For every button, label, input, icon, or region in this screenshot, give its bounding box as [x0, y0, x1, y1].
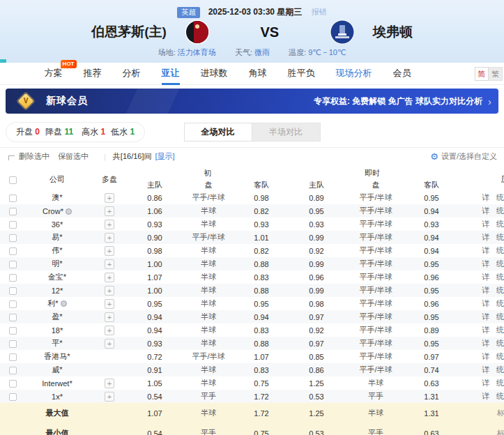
company-name[interactable]: 伟*	[52, 246, 62, 254]
history-detail-link[interactable]: 详	[482, 299, 489, 307]
company-name[interactable]: 澳*	[52, 193, 62, 201]
company-name[interactable]: 明*	[52, 259, 62, 268]
history-stats-link[interactable]: 统	[496, 299, 504, 307]
add-multi-button[interactable]: +	[105, 379, 114, 388]
report-error-link[interactable]: 报错	[312, 8, 327, 16]
nav-tab-recommend[interactable]: 推荐	[84, 63, 102, 85]
history-detail-link[interactable]: 详	[482, 259, 489, 268]
add-multi-button[interactable]: +	[105, 246, 114, 256]
nav-tab-corners[interactable]: 角球	[249, 63, 267, 85]
add-multi-button[interactable]: +	[105, 339, 114, 349]
delete-selected-button[interactable]: 删除选中	[19, 151, 49, 162]
history-detail-link[interactable]: 详	[482, 312, 489, 321]
row-checkbox[interactable]	[9, 247, 17, 255]
history-detail-link[interactable]: 详	[482, 193, 489, 201]
company-name[interactable]: Crow*	[43, 207, 63, 215]
company-name[interactable]: 盈*	[52, 312, 62, 321]
add-multi-button[interactable]: +	[105, 326, 114, 335]
company-name[interactable]: 利*	[47, 299, 58, 307]
history-stats-link[interactable]: 统	[496, 339, 504, 347]
show-link[interactable]: [显示]	[155, 151, 175, 162]
add-multi-button[interactable]: +	[105, 392, 114, 402]
keep-selected-button[interactable]: 保留选中	[58, 151, 89, 162]
history-detail-link[interactable]: 详	[482, 206, 489, 215]
history-stats-link[interactable]: 统	[496, 365, 504, 374]
row-checkbox[interactable]	[9, 353, 17, 361]
lang-simplified-button[interactable]: 简	[475, 67, 489, 81]
company-name[interactable]: 18*	[52, 326, 63, 335]
history-stats-link[interactable]: 统	[496, 352, 504, 360]
add-multi-button[interactable]: +	[105, 273, 114, 282]
settings-button[interactable]: ⚙ 设置/选择自定义	[430, 151, 497, 162]
nav-tab-live-analysis[interactable]: 现场分析	[336, 63, 372, 85]
history-stats-link[interactable]: 统	[496, 286, 504, 294]
company-name[interactable]: 36*	[52, 220, 63, 229]
nav-tab-member[interactable]: 会员	[393, 63, 411, 85]
half-match-tab[interactable]: 半场对比	[252, 123, 321, 142]
nav-tab-goals[interactable]: 进球数	[201, 63, 228, 85]
history-detail-link[interactable]: 详	[482, 246, 489, 254]
add-multi-button[interactable]: +	[105, 220, 114, 229]
nav-tab-asian-handicap[interactable]: 亚让	[162, 63, 180, 85]
history-stats-link[interactable]: 统	[496, 206, 504, 215]
history-stats-link[interactable]: 统	[496, 273, 504, 281]
row-checkbox[interactable]	[9, 367, 17, 374]
company-name[interactable]: 易*	[52, 233, 62, 241]
history-detail-link[interactable]: 详	[482, 365, 489, 374]
add-multi-button[interactable]: +	[105, 206, 114, 216]
history-stats-link[interactable]: 统	[496, 312, 504, 321]
company-name[interactable]: 威*	[52, 365, 62, 374]
company-name[interactable]: 平*	[52, 339, 62, 347]
row-checkbox[interactable]	[9, 327, 17, 335]
full-match-tab[interactable]: 全场对比	[184, 123, 252, 142]
history-detail-link[interactable]: 详	[482, 392, 489, 400]
history-detail-link[interactable]: 详	[482, 326, 489, 334]
company-name[interactable]: 金宝*	[48, 273, 66, 281]
history-stats-link[interactable]: 统	[496, 259, 504, 268]
company-name[interactable]: 香港马*	[44, 352, 70, 360]
nav-tab-plan[interactable]: 方案 HOT	[45, 63, 63, 85]
row-checkbox[interactable]	[9, 380, 17, 388]
history-detail-link[interactable]: 详	[482, 379, 489, 387]
row-checkbox[interactable]	[9, 274, 17, 282]
add-multi-button[interactable]: +	[105, 312, 114, 322]
nav-tab-1x2[interactable]: 胜平负	[288, 63, 315, 85]
history-stats-link[interactable]: 统	[496, 392, 504, 400]
row-checkbox[interactable]	[9, 261, 17, 268]
mark-button[interactable]: 标注	[497, 429, 504, 435]
history-stats-link[interactable]: 统	[496, 220, 504, 228]
row-checkbox[interactable]	[9, 340, 17, 348]
add-multi-button[interactable]: +	[105, 259, 114, 269]
league-badge[interactable]: 英超	[177, 7, 200, 18]
company-name[interactable]: 1x*	[52, 392, 63, 401]
row-checkbox[interactable]	[9, 234, 17, 242]
lang-traditional-button[interactable]: 繁	[489, 67, 503, 81]
row-checkbox[interactable]	[9, 300, 17, 308]
company-name[interactable]: Interwet*	[42, 379, 72, 388]
history-stats-link[interactable]: 统	[496, 326, 504, 334]
add-multi-button[interactable]: +	[105, 233, 114, 243]
add-multi-button[interactable]: +	[105, 299, 114, 309]
history-stats-link[interactable]: 统	[496, 233, 504, 241]
history-stats-link[interactable]: 统	[496, 193, 504, 201]
row-checkbox[interactable]	[9, 208, 17, 215]
mark-button[interactable]: 标注	[497, 409, 504, 417]
row-checkbox[interactable]	[9, 221, 17, 229]
vip-member-banner[interactable]: V 新球会员 专享权益: 免费解锁 免广告 球队实力对比分析 ›	[6, 89, 498, 114]
history-detail-link[interactable]: 详	[482, 233, 489, 241]
nav-tab-analysis[interactable]: 分析	[123, 63, 141, 85]
row-checkbox[interactable]	[9, 194, 17, 202]
row-checkbox[interactable]	[9, 287, 17, 295]
company-name[interactable]: 12*	[52, 287, 63, 295]
history-detail-link[interactable]: 详	[482, 286, 489, 294]
row-checkbox[interactable]	[9, 393, 17, 401]
history-stats-link[interactable]: 统	[496, 379, 504, 387]
history-detail-link[interactable]: 详	[482, 220, 489, 228]
add-multi-button[interactable]: +	[105, 286, 114, 296]
history-detail-link[interactable]: 详	[482, 273, 489, 281]
history-detail-link[interactable]: 详	[482, 352, 489, 360]
row-checkbox[interactable]	[9, 314, 17, 321]
add-multi-button[interactable]: +	[105, 193, 114, 203]
history-stats-link[interactable]: 统	[496, 246, 504, 254]
select-all-checkbox[interactable]	[9, 176, 17, 184]
